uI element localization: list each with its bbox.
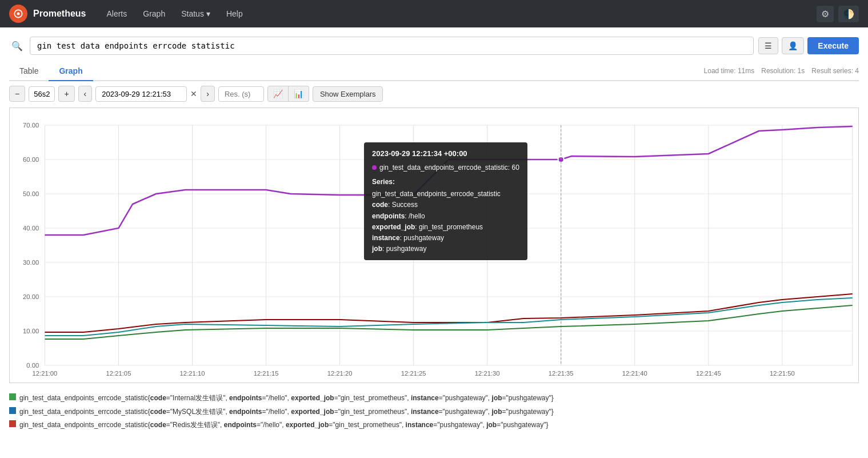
legend-item-mysql[interactable]: gin_test_data_endpoints_errcode_statisti…	[9, 406, 859, 419]
svg-text:12:21:10: 12:21:10	[180, 370, 205, 377]
svg-text:12:21:15: 12:21:15	[254, 370, 279, 377]
range-minus-button[interactable]: −	[9, 86, 25, 102]
result-series: Result series: 4	[811, 67, 859, 75]
svg-text:12:21:00: 12:21:00	[33, 370, 58, 377]
svg-text:12:21:35: 12:21:35	[549, 370, 574, 377]
range-plus-button[interactable]: +	[58, 86, 74, 102]
resolution-input[interactable]	[218, 86, 264, 102]
legend-color-internal	[9, 393, 16, 400]
show-exemplars-button[interactable]: Show Exemplars	[313, 86, 383, 102]
prometheus-logo	[9, 5, 27, 23]
tabs-row: Table Graph Load time: 11ms Resolution: …	[9, 62, 859, 81]
legend-label-mysql: gin_test_data_endpoints_errcode_statisti…	[19, 406, 554, 419]
graph-controls: − 56s2 + ‹ ✕ › 📈 📊 Show Exemplars	[9, 86, 859, 102]
svg-text:70.00: 70.00	[23, 122, 39, 129]
legend-item-redis[interactable]: gin_test_data_endpoints_errcode_statisti…	[9, 419, 859, 432]
svg-text:12:21:50: 12:21:50	[770, 370, 795, 377]
legend-label-internal: gin_test_data_endpoints_errcode_statisti…	[19, 392, 554, 405]
chart-legend: gin_test_data_endpoints_errcode_statisti…	[9, 390, 859, 435]
chart-type-buttons: 📈 📊	[267, 86, 309, 102]
nav-alerts[interactable]: Alerts	[99, 6, 134, 22]
main-content: 🔍 ☰ 👤 Execute Table Graph Load time: 11m…	[0, 27, 868, 458]
svg-point-1	[17, 13, 20, 15]
svg-text:50.00: 50.00	[23, 190, 39, 197]
nav-status[interactable]: Status ▾	[174, 6, 217, 22]
svg-text:20.00: 20.00	[23, 293, 39, 300]
clear-time-button[interactable]: ✕	[190, 89, 197, 98]
load-time: Load time: 11ms	[704, 67, 755, 75]
nav-help[interactable]: Help	[219, 6, 250, 22]
svg-text:12:21:05: 12:21:05	[106, 370, 131, 377]
nav-right: ⚙ 🌓	[817, 6, 859, 22]
resolution: Resolution: 1s	[761, 67, 805, 75]
chart-svg: 70.00 60.00 50.00 40.00 30.00 20.00 10.0…	[10, 108, 858, 383]
tab-meta: Load time: 11ms Resolution: 1s Result se…	[704, 67, 859, 75]
prev-time-button[interactable]: ‹	[78, 86, 93, 102]
bar-chart-button[interactable]: 📊	[289, 86, 309, 102]
legend-label-redis: gin_test_data_endpoints_errcode_statisti…	[19, 419, 548, 432]
line-chart-button[interactable]: 📈	[267, 86, 289, 102]
nav-graph[interactable]: Graph	[136, 6, 172, 22]
svg-text:12:21:25: 12:21:25	[401, 370, 426, 377]
tab-table[interactable]: Table	[9, 62, 49, 81]
legend-item-internal[interactable]: gin_test_data_endpoints_errcode_statisti…	[9, 392, 859, 405]
nav-links: Alerts Graph Status ▾ Help	[99, 6, 249, 22]
search-input[interactable]	[30, 37, 754, 55]
range-value: 56s2	[29, 86, 55, 102]
search-row: 🔍 ☰ 👤 Execute	[9, 37, 859, 55]
svg-text:0.00: 0.00	[26, 362, 39, 369]
user-icon[interactable]: 👤	[782, 37, 804, 54]
svg-rect-2	[10, 108, 858, 383]
svg-text:12:21:45: 12:21:45	[696, 370, 721, 377]
legend-color-mysql	[9, 407, 16, 414]
search-icon: 🔍	[9, 41, 25, 51]
svg-text:12:21:20: 12:21:20	[327, 370, 353, 377]
legend-color-redis	[9, 420, 16, 427]
svg-text:30.00: 30.00	[23, 259, 39, 266]
svg-text:12:21:30: 12:21:30	[475, 370, 500, 377]
svg-text:40.00: 40.00	[23, 225, 39, 232]
search-actions: ☰ 👤 Execute	[758, 37, 859, 54]
theme-toggle[interactable]: 🌓	[838, 6, 859, 22]
format-icon[interactable]: ☰	[758, 37, 778, 54]
chart-container: 70.00 60.00 50.00 40.00 30.00 20.00 10.0…	[9, 107, 859, 383]
datetime-input[interactable]	[95, 86, 187, 102]
next-time-button[interactable]: ›	[201, 86, 215, 102]
tab-graph[interactable]: Graph	[49, 62, 93, 81]
chevron-down-icon: ▾	[206, 9, 210, 18]
svg-text:10.00: 10.00	[23, 328, 39, 334]
svg-text:12:21:40: 12:21:40	[622, 370, 647, 377]
execute-button[interactable]: Execute	[807, 37, 859, 54]
brand-name: Prometheus	[33, 9, 86, 19]
settings-icon[interactable]: ⚙	[817, 6, 834, 22]
svg-text:60.00: 60.00	[23, 156, 39, 163]
